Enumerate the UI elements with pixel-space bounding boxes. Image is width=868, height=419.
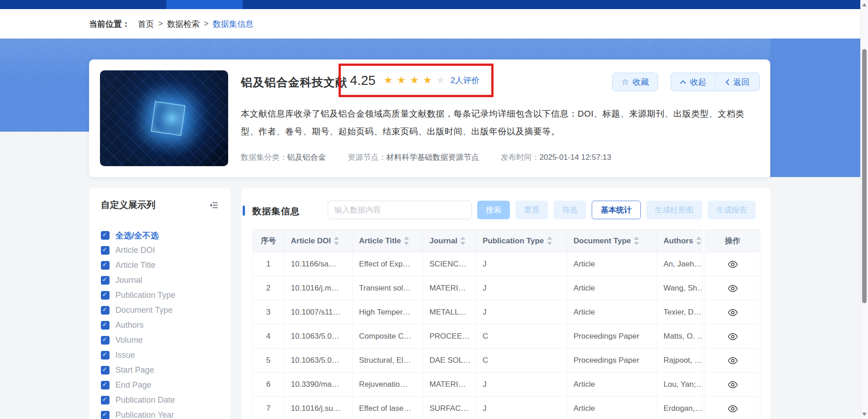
collapse-button[interactable]: 收起 — [671, 73, 715, 91]
collapse-panel-icon[interactable] — [209, 200, 219, 210]
toolbar-button[interactable]: 搜索 — [477, 201, 510, 219]
favorite-button[interactable]: ☆ 收藏 — [612, 73, 658, 91]
checkbox-checked-icon[interactable] — [101, 366, 110, 375]
scroll-down-arrow-icon[interactable] — [862, 413, 867, 416]
section-title: 数据集信息 — [252, 205, 300, 217]
header-article-title[interactable]: Article Title — [353, 230, 423, 252]
column-toggle-label: Issue — [115, 350, 135, 360]
breadcrumb-label: 当前位置： — [89, 19, 130, 30]
cell-publication-type: J — [476, 373, 567, 397]
cell-article-title: Rejuvenatio… — [353, 373, 423, 397]
breadcrumb-item-home[interactable]: 首页 — [138, 19, 154, 30]
toolbar-button[interactable]: 生成报告 — [708, 201, 756, 219]
sort-icon[interactable] — [634, 237, 639, 245]
column-toggle-item[interactable]: Article DOI — [101, 243, 175, 258]
cell-article-title: Composite C… — [353, 325, 423, 349]
column-toggle-label: Document Type — [115, 306, 173, 315]
checkbox-checked-icon[interactable] — [101, 411, 110, 419]
toolbar-button[interactable]: 重置 — [515, 201, 548, 219]
breadcrumb-separator: > — [158, 19, 163, 29]
toolbar-button[interactable]: 生成柱形图 — [646, 201, 702, 219]
header-article-doi[interactable]: Article DOI — [284, 230, 353, 252]
back-button[interactable]: 返回 — [715, 73, 760, 91]
scrollbar-thumb[interactable] — [862, 49, 867, 303]
checkbox-checked-icon[interactable] — [101, 321, 110, 330]
star-icon[interactable] — [397, 75, 406, 85]
collapse-back-button-group: 收起 返回 — [671, 73, 760, 91]
sort-icon[interactable] — [404, 237, 409, 245]
header-actions: 操作 — [705, 230, 760, 252]
cell-article-doi: 10.1166/sa… — [284, 252, 353, 276]
view-eye-icon[interactable] — [727, 405, 738, 413]
toolbar-button[interactable]: 筛选 — [554, 201, 586, 219]
column-toggle-item[interactable]: Publication Year — [101, 408, 175, 419]
column-toggle-item[interactable]: Document Type — [101, 303, 175, 318]
column-toggle-item[interactable]: Journal — [101, 273, 175, 288]
sort-icon[interactable] — [460, 237, 465, 245]
breadcrumb-item-search[interactable]: 数据检索 — [167, 19, 200, 30]
table-header-row: 序号 Article DOI Article Title Journal Pub… — [253, 230, 760, 252]
checkbox-checked-icon[interactable] — [101, 396, 110, 404]
checkbox-checked-icon[interactable] — [101, 246, 110, 255]
table-row: 7 10.1016/j.su… Effect of lase… SURFAC… … — [253, 397, 760, 419]
review-count-link[interactable]: 2人评价 — [450, 75, 479, 86]
sort-icon[interactable] — [696, 237, 701, 245]
column-toggle-item[interactable]: Publication Date — [101, 393, 175, 408]
sort-icon[interactable] — [334, 237, 339, 245]
top-nav-active-item[interactable] — [166, 0, 243, 9]
sort-icon[interactable] — [547, 237, 552, 245]
view-eye-icon[interactable] — [727, 285, 738, 292]
cell-index: 1 — [253, 252, 284, 276]
checkbox-checked-icon[interactable] — [101, 291, 110, 300]
star-icon[interactable] — [423, 75, 432, 85]
column-toggle-item[interactable]: Publication Type — [101, 288, 175, 303]
dataset-title: 铝及铝合金科技文献 — [241, 75, 347, 90]
star-icon[interactable] — [410, 75, 419, 85]
search-input[interactable] — [328, 201, 472, 219]
column-toggle-list: 全选/全不选 Article DOI Article Title Journal… — [101, 228, 175, 419]
dataset-description: 本文献信息库收录了铝及铝合金领域高质量文献数据，每条记录均详细包含以下信息：DO… — [241, 105, 759, 140]
cell-actions — [705, 301, 760, 325]
header-journal[interactable]: Journal — [423, 230, 476, 252]
checkbox-checked-icon[interactable] — [101, 351, 110, 360]
cell-publication-type: C — [476, 325, 567, 349]
cell-authors: Rajpoot, … — [657, 349, 703, 373]
view-eye-icon[interactable] — [727, 309, 738, 316]
cell-article-title: Structural, El… — [353, 349, 423, 373]
column-toggle-label: Start Page — [115, 365, 154, 375]
header-document-type[interactable]: Document Type — [567, 230, 657, 252]
cell-authors: Wang, Sh… — [657, 276, 703, 301]
chip-glow-decoration — [151, 101, 186, 136]
column-toggle-item[interactable]: 全选/全不选 — [101, 228, 175, 243]
view-eye-icon[interactable] — [727, 357, 738, 365]
checkbox-checked-icon[interactable] — [101, 276, 110, 285]
column-toggle-label: Article Title — [115, 261, 155, 270]
window-scrollbar[interactable] — [860, 0, 868, 419]
toolbar-button[interactable]: 基本统计 — [592, 201, 641, 219]
scroll-up-arrow-icon[interactable] — [862, 3, 867, 6]
cell-journal: MATERI… — [423, 276, 476, 301]
checkbox-checked-icon[interactable] — [101, 231, 110, 240]
column-toggle-item[interactable]: Volume — [101, 333, 175, 348]
column-toggle-item[interactable]: Start Page — [101, 363, 175, 378]
view-eye-icon[interactable] — [727, 261, 738, 268]
checkbox-checked-icon[interactable] — [101, 336, 110, 345]
header-publication-type[interactable]: Publication Type — [476, 230, 567, 252]
column-toggle-item[interactable]: Issue — [101, 348, 175, 363]
column-toggle-item[interactable]: Authors — [101, 318, 175, 333]
cell-index: 6 — [253, 373, 284, 397]
cell-document-type: Article — [567, 276, 657, 301]
view-eye-icon[interactable] — [727, 333, 738, 340]
rating-stars — [384, 75, 445, 85]
checkbox-checked-icon[interactable] — [101, 261, 110, 270]
cell-actions — [705, 276, 760, 301]
checkbox-checked-icon[interactable] — [101, 306, 110, 315]
checkbox-checked-icon[interactable] — [101, 381, 110, 389]
column-toggle-item[interactable]: End Page — [101, 378, 175, 393]
star-icon[interactable] — [436, 75, 445, 85]
view-eye-icon[interactable] — [727, 381, 738, 389]
header-authors[interactable]: Authors — [657, 230, 703, 252]
star-icon[interactable] — [384, 75, 393, 85]
column-toggle-item[interactable]: Article Title — [101, 258, 175, 273]
page: 当前位置： 首页 > 数据检索 > 数据集信息 铝及铝合金科技文献 4.25 2… — [0, 0, 868, 419]
